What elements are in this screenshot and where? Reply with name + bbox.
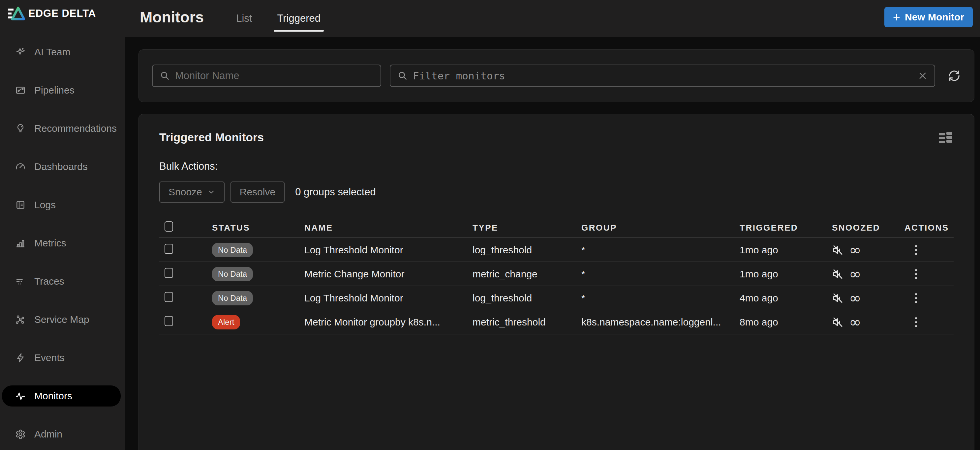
traces-icon xyxy=(15,276,26,287)
mute-icon[interactable] xyxy=(832,244,844,256)
infinity-icon: ∞ xyxy=(849,268,861,280)
column-header-group[interactable]: GROUP xyxy=(581,223,740,233)
app-window: EDGE DELTA AI Team Pipelines xyxy=(0,0,980,450)
infinity-icon: ∞ xyxy=(849,317,861,328)
sidebar-item-label: Monitors xyxy=(34,390,72,402)
sidebar-item-label: Logs xyxy=(34,199,56,211)
monitor-type: log_threshold xyxy=(473,244,581,256)
mute-icon[interactable] xyxy=(832,316,844,328)
sparkles-icon xyxy=(15,47,26,57)
page-title: Monitors xyxy=(140,8,204,26)
table-row: No Data Metric Change Monitor metric_cha… xyxy=(159,262,954,286)
monitor-group: * xyxy=(581,293,740,304)
sidebar-item-dashboards[interactable]: Dashboards xyxy=(0,156,125,177)
sidebar-item-label: Dashboards xyxy=(34,161,88,172)
new-monitor-button[interactable]: + New Monitor xyxy=(885,7,973,27)
filter-monitors-input[interactable] xyxy=(413,70,913,82)
new-monitor-label: New Monitor xyxy=(905,11,964,23)
monitor-group: * xyxy=(581,268,740,280)
sidebar-item-admin[interactable]: Admin xyxy=(0,424,125,445)
sidebar-item-label: Admin xyxy=(34,429,62,440)
tab-list[interactable]: List xyxy=(235,11,253,26)
sidebar-item-traces[interactable]: Traces xyxy=(0,271,125,292)
column-header-name[interactable]: NAME xyxy=(304,223,473,233)
sidebar-item-pipelines[interactable]: Pipelines xyxy=(0,80,125,101)
sidebar-nav: AI Team Pipelines Recommendations xyxy=(0,41,125,445)
brand-name: EDGE DELTA xyxy=(29,8,96,19)
sidebar-item-logs[interactable]: Logs xyxy=(0,194,125,215)
sidebar-item-label: AI Team xyxy=(34,46,70,58)
monitor-group: k8s.namespace.name:loggenl... xyxy=(581,317,740,328)
monitor-type: metric_threshold xyxy=(473,317,581,328)
panel-title: Triggered Monitors xyxy=(159,131,264,144)
column-header-triggered[interactable]: TRIGGERED xyxy=(740,223,832,233)
resolve-button[interactable]: Resolve xyxy=(231,182,285,203)
triggered-monitors-panel: Triggered Monitors Bulk Actions: Snooze xyxy=(138,114,974,450)
monitor-name[interactable]: Log Threshold Monitor xyxy=(304,244,473,256)
row-checkbox[interactable] xyxy=(165,316,173,326)
filter-monitors-searchbox[interactable] xyxy=(390,65,935,87)
refresh-button[interactable] xyxy=(948,69,961,82)
clear-filter-icon[interactable] xyxy=(918,71,927,80)
monitor-name-input[interactable] xyxy=(175,70,373,82)
status-badge: Alert xyxy=(212,315,240,330)
edge-delta-logo-icon xyxy=(8,6,25,21)
plus-icon: + xyxy=(893,12,900,22)
row-checkbox[interactable] xyxy=(165,268,173,278)
resolve-label: Resolve xyxy=(240,187,275,198)
monitor-name-searchbox[interactable] xyxy=(152,65,381,87)
mute-icon[interactable] xyxy=(832,292,844,304)
status-badge: No Data xyxy=(212,243,253,257)
triggered-time: 1mo ago xyxy=(740,244,832,256)
row-checkbox[interactable] xyxy=(165,292,173,302)
view-tabs: List Triggered xyxy=(235,11,321,26)
snooze-label: Snooze xyxy=(169,187,202,198)
row-checkbox[interactable] xyxy=(165,244,173,254)
triggered-time: 4mo ago xyxy=(740,293,832,304)
pipelines-icon xyxy=(15,85,26,95)
table-header-row: STATUS NAME TYPE GROUP TRIGGERED SNOOZED… xyxy=(159,218,954,238)
mute-icon[interactable] xyxy=(832,268,844,280)
lightbulb-icon xyxy=(15,123,26,134)
main-content: Triggered Monitors Bulk Actions: Snooze xyxy=(125,37,980,450)
sidebar-item-service-map[interactable]: Service Map xyxy=(0,309,125,330)
kebab-menu-icon[interactable] xyxy=(914,315,918,329)
filter-panel xyxy=(138,49,974,102)
infinity-icon: ∞ xyxy=(849,293,861,304)
top-bar: Monitors List Triggered + New Monitor xyxy=(125,0,980,37)
sidebar-item-events[interactable]: Events xyxy=(0,347,125,368)
search-icon xyxy=(160,71,170,81)
column-header-type[interactable]: TYPE xyxy=(473,223,581,233)
sidebar-item-label: Recommendations xyxy=(34,123,117,134)
monitor-name[interactable]: Metric Monitor groupby k8s.n... xyxy=(304,317,473,328)
search-icon xyxy=(398,71,407,81)
column-header-status[interactable]: STATUS xyxy=(212,223,304,233)
kebab-menu-icon[interactable] xyxy=(914,244,918,257)
sidebar-item-metrics[interactable]: Metrics xyxy=(0,233,125,254)
triggered-time: 1mo ago xyxy=(740,268,832,280)
monitor-name[interactable]: Metric Change Monitor xyxy=(304,268,473,280)
sidebar-item-ai-team[interactable]: AI Team xyxy=(0,41,125,63)
status-badge: No Data xyxy=(212,291,253,305)
chevron-down-icon xyxy=(207,188,215,196)
triggered-time: 8mo ago xyxy=(740,317,832,328)
sidebar-item-monitors[interactable]: Monitors xyxy=(2,385,121,407)
tab-triggered[interactable]: Triggered xyxy=(276,11,321,26)
table-row: No Data Log Threshold Monitor log_thresh… xyxy=(159,238,954,262)
snooze-button[interactable]: Snooze xyxy=(159,182,224,203)
table-columns-icon xyxy=(939,131,954,144)
column-settings-button[interactable] xyxy=(939,131,954,144)
kebab-menu-icon[interactable] xyxy=(914,292,918,305)
sidebar-item-recommendations[interactable]: Recommendations xyxy=(0,118,125,139)
kebab-menu-icon[interactable] xyxy=(914,268,918,280)
edge-delta-logo: EDGE DELTA xyxy=(0,0,125,21)
sidebar-item-label: Events xyxy=(34,352,65,363)
service-map-icon xyxy=(15,314,26,325)
status-badge: No Data xyxy=(212,267,253,281)
monitor-name[interactable]: Log Threshold Monitor xyxy=(304,293,473,304)
bulk-actions-label: Bulk Actions: xyxy=(159,160,954,172)
column-header-snoozed[interactable]: SNOOZED xyxy=(832,223,905,233)
table-row: Alert Metric Monitor groupby k8s.n... me… xyxy=(159,310,954,334)
gauge-icon xyxy=(15,162,26,172)
select-all-checkbox[interactable] xyxy=(165,221,173,231)
